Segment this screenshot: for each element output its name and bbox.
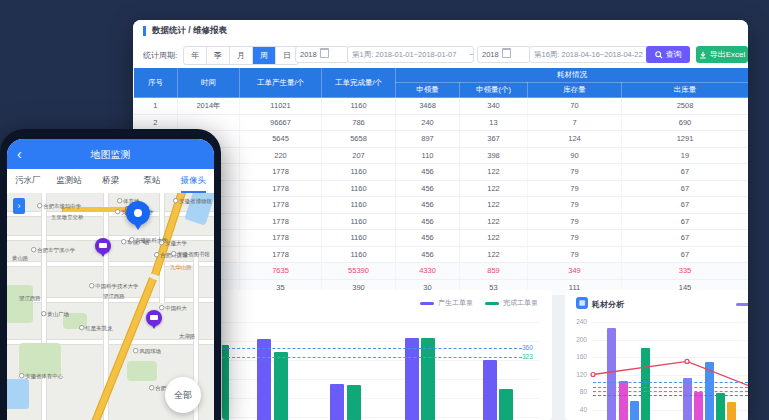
y-axis-tick: 160 [567,353,587,360]
map-label: 太湖路 [179,333,195,341]
chart-gridline [593,322,748,323]
table-cell: 398 [460,147,528,164]
consumable-chart-panel: ▦ 耗材分析 2402001601208040 [565,290,748,420]
table-cell: 67 [622,164,749,181]
year-from-value: 2018 [300,50,317,59]
map-label: 九华山路 [170,264,192,272]
bar-consumable [716,393,725,420]
total-cell: 55390 [322,263,396,280]
range-from-picker[interactable]: 第1周: 2018-01-01~2018-01-07 [347,46,474,63]
map-label: 合肥市宁溪小学 [31,247,75,255]
table-cell: 79 [528,180,622,197]
map-water [7,379,29,409]
phone-tabs: 污水厂监测站桥梁泵站摄像头 [7,169,214,194]
report-table: 序号时间工单产生量/个工单完成量/个耗材情况申领量申领量(个)库存量出库量 12… [133,67,748,296]
map-label: 中国科学技术大学 [89,283,139,291]
table-cell: 1291 [622,131,749,148]
reference-line [593,395,748,396]
tab-泵站[interactable]: 泵站 [131,169,172,193]
table-row[interactable]: 7177811604561227967 [134,197,749,214]
query-button[interactable]: 查询 [646,46,690,63]
table-cell: 2508 [622,98,749,115]
year-from-picker[interactable]: 2018 [295,46,349,63]
table-cell: 2014年 [178,98,240,115]
map-label: 合肥市琥珀中学 [37,203,81,211]
breadcrumb-bar: 数据统计 / 维修报表 [133,20,748,43]
chart-gridline [222,322,540,323]
table-row[interactable]: 5177811604561227967 [134,164,749,181]
segment-周[interactable]: 周 [253,47,276,64]
expand-panel-button[interactable]: › [13,198,25,214]
table-cell: 90 [528,147,622,164]
table-row[interactable]: 296667786240137690 [134,114,749,131]
table-row[interactable]: 42202071103989019 [134,147,749,164]
tab-监测站[interactable]: 监测站 [48,169,89,193]
table-cell: 1160 [322,213,396,230]
sub-column-header: 出库量 [622,83,749,98]
table-row[interactable]: 12014年1102111603468340702508 [134,98,749,115]
filter-bar: 统计周期: 年季月周日 2018 第1周: 2018-01-01~2018-01… [133,42,748,68]
poi-icon [41,311,46,316]
camera-marker-icon[interactable] [146,310,162,326]
map-road [41,193,47,420]
tab-摄像头[interactable]: 摄像头 [173,169,214,193]
tab-桥梁[interactable]: 桥梁 [90,169,131,193]
table-cell: 122 [460,246,528,263]
bar-completed [499,389,513,420]
table-cell: 1160 [322,180,396,197]
table-cell: 67 [622,230,749,247]
poi-icon [171,251,176,256]
poi-icon [31,247,36,252]
segment-年[interactable]: 年 [184,47,207,64]
bar-consumable [641,348,650,420]
table-cell: 456 [396,197,460,214]
year-to-picker[interactable]: 2018 [477,46,531,63]
map-park [7,285,33,323]
table-row[interactable]: 8177811604561227967 [134,213,749,230]
table-cell: 456 [396,230,460,247]
poi-icon [173,198,178,203]
y-axis-tick: 40 [567,406,587,413]
range-from-value: 第1周: 2018-01-01~2018-01-07 [352,50,456,59]
table-cell: 897 [396,131,460,148]
table-row[interactable]: 6177811604561227967 [134,180,749,197]
bar-consumable [630,401,639,420]
table-cell: 1160 [322,246,396,263]
bar-completed [347,385,361,420]
map-label: 望江西路 [19,295,41,303]
poi-icon [133,348,138,353]
poi-icon [19,373,24,378]
map-park [19,343,61,377]
selected-location-pin[interactable] [126,201,150,225]
table-cell: 19 [622,147,749,164]
chart-gridline [593,375,748,376]
table-cell: 1778 [240,246,322,263]
all-filter-button[interactable]: 全部 [165,377,201,413]
range-to-picker[interactable]: 第16周: 2018-04-16~2018-04-22 [529,46,650,63]
y-axis-tick: 120 [567,371,587,378]
tab-污水厂[interactable]: 污水厂 [7,169,48,193]
table-cell: 220 [240,147,322,164]
poi-icon [117,198,122,203]
table-cell: 70 [528,98,622,115]
breadcrumb-accent [143,26,146,36]
segment-季[interactable]: 季 [207,47,230,64]
segment-月[interactable]: 月 [230,47,253,64]
bar-consumable [607,328,616,420]
map-view[interactable]: 合肥市琥珀中学体育场安徽农业大学安徽省博物馆五里墩立交桥合肥市宁溪小学翠微广场安… [7,193,214,420]
table-head: 序号时间工单产生量/个工单完成量/个耗材情况申领量申领量(个)库存量出库量 [134,68,749,98]
reference-line [593,387,748,388]
column-header: 时间 [178,68,240,98]
table-cell: 340 [460,98,528,115]
export-excel-button[interactable]: 导出Excel [696,46,748,63]
table-cell: 1 [134,98,178,115]
year-to-value: 2018 [482,50,499,59]
table-cell: 122 [460,164,528,181]
map-label: 黄山路 [12,255,28,263]
table-row[interactable]: 3564556588973671241291 [134,131,749,148]
camera-marker-icon[interactable] [95,238,111,254]
table-row[interactable]: 10177811604561227967 [134,246,749,263]
poi-icon [37,203,42,208]
table-row[interactable]: 9177811604561227967 [134,230,749,247]
table-cell: 367 [460,131,528,148]
